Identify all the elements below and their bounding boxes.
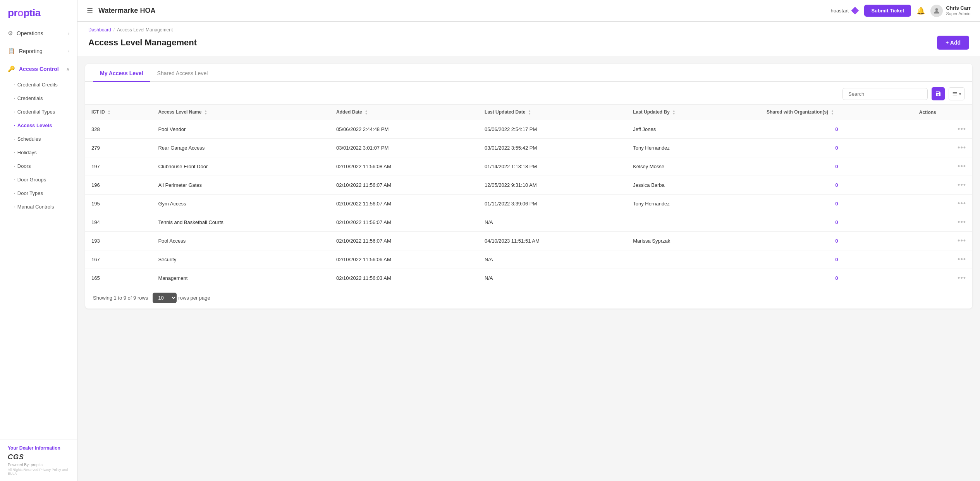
logo-text: proptia bbox=[8, 7, 41, 19]
breadcrumb-separator: / bbox=[113, 27, 115, 33]
sidebar-item-label: Reporting bbox=[19, 48, 43, 54]
col-access-level-name[interactable]: Access Level Name ▲▼ bbox=[152, 105, 330, 120]
cell-last-updated-date: N/A bbox=[478, 213, 627, 232]
access-control-icon: 🔑 bbox=[8, 66, 15, 72]
cell-added-date: 02/10/2022 11:56:07 AM bbox=[330, 176, 478, 195]
col-added-date[interactable]: Added Date ▲▼ bbox=[330, 105, 478, 120]
cell-actions: ••• bbox=[913, 269, 972, 288]
rights-text: All Rights Reserved Privacy Policy and E… bbox=[8, 468, 69, 476]
rows-label: rows per page bbox=[178, 295, 210, 301]
tab-shared-access-level[interactable]: Shared Access Level bbox=[150, 64, 215, 82]
dealer-info-label[interactable]: Your Dealer Information bbox=[8, 445, 69, 451]
submit-ticket-button[interactable]: Submit Ticket bbox=[864, 5, 911, 17]
cell-name: Gym Access bbox=[152, 195, 330, 213]
shared-count: 0 bbox=[767, 126, 907, 132]
cell-last-updated-by: Jeff Jones bbox=[627, 120, 760, 139]
cell-added-date: 05/06/2022 2:44:48 PM bbox=[330, 120, 478, 139]
cell-ict-id: 194 bbox=[85, 213, 152, 232]
dot-icon: • bbox=[14, 205, 15, 209]
sidebar-item-operations[interactable]: ⚙ Operations › bbox=[0, 24, 77, 42]
sort-icon: ▲▼ bbox=[365, 109, 368, 115]
shared-count: 0 bbox=[767, 164, 907, 169]
cell-name: All Perimeter Gates bbox=[152, 176, 330, 195]
cell-actions: ••• bbox=[913, 157, 972, 176]
table-header-row: ICT ID ▲▼ Access Level Name ▲▼ Added Dat… bbox=[85, 105, 972, 120]
sub-item-label: Schedules bbox=[17, 136, 41, 142]
sidebar-item-access-levels[interactable]: • Access Levels bbox=[0, 119, 77, 132]
col-ict-id[interactable]: ICT ID ▲▼ bbox=[85, 105, 152, 120]
table-row: 195 Gym Access 02/10/2022 11:56:07 AM 01… bbox=[85, 195, 972, 213]
dot-icon: • bbox=[14, 110, 15, 114]
list-view-button[interactable]: ▾ bbox=[949, 87, 965, 100]
actions-menu-button[interactable]: ••• bbox=[958, 125, 966, 133]
table-row: 328 Pool Vendor 05/06/2022 2:44:48 PM 05… bbox=[85, 120, 972, 139]
sidebar-item-holidays[interactable]: • Holidays bbox=[0, 146, 77, 159]
cell-added-date: 02/10/2022 11:56:06 AM bbox=[330, 250, 478, 269]
actions-menu-button[interactable]: ••• bbox=[958, 181, 966, 189]
topbar-left: ☰ Watermarke HOA bbox=[87, 7, 155, 15]
cell-shared: 0 bbox=[760, 232, 913, 250]
search-input[interactable] bbox=[842, 88, 928, 100]
sidebar-item-access-control[interactable]: 🔑 Access Control ∧ bbox=[0, 60, 77, 78]
sidebar-item-credentials[interactable]: • Credentials bbox=[0, 91, 77, 105]
cell-shared: 0 bbox=[760, 250, 913, 269]
tab-my-access-level[interactable]: My Access Level bbox=[93, 64, 150, 82]
save-view-button[interactable] bbox=[932, 87, 945, 100]
cell-last-updated-by bbox=[627, 250, 760, 269]
actions-menu-button[interactable]: ••• bbox=[958, 162, 966, 170]
actions-menu-button[interactable]: ••• bbox=[958, 255, 966, 263]
dot-icon: • bbox=[14, 178, 15, 181]
cell-name: Pool Access bbox=[152, 232, 330, 250]
user-name: Chris Carr bbox=[946, 5, 971, 11]
cell-name: Clubhouse Front Door bbox=[152, 157, 330, 176]
add-button[interactable]: + Add bbox=[937, 36, 969, 50]
cell-name: Rear Garage Access bbox=[152, 139, 330, 157]
table-body: 328 Pool Vendor 05/06/2022 2:44:48 PM 05… bbox=[85, 120, 972, 288]
user-menu[interactable]: Chris Carr Super Admin bbox=[930, 5, 971, 17]
sidebar-item-credential-types[interactable]: • Credential Types bbox=[0, 105, 77, 119]
actions-menu-button[interactable]: ••• bbox=[958, 274, 966, 282]
cgs-logo: CGS bbox=[8, 453, 69, 461]
bell-icon[interactable]: 🔔 bbox=[916, 7, 925, 15]
cell-last-updated-date: 01/11/2022 3:39:06 PM bbox=[478, 195, 627, 213]
page-title-row: Access Level Management + Add bbox=[88, 36, 969, 50]
cell-shared: 0 bbox=[760, 213, 913, 232]
sidebar-item-credential-credits[interactable]: • Credential Credits bbox=[0, 78, 77, 91]
cell-last-updated-date: 05/06/2022 2:54:17 PM bbox=[478, 120, 627, 139]
cell-added-date: 03/01/2022 3:01:07 PM bbox=[330, 139, 478, 157]
shared-count: 0 bbox=[767, 238, 907, 244]
cell-name: Management bbox=[152, 269, 330, 288]
sidebar-item-doors[interactable]: • Doors bbox=[0, 159, 77, 173]
cell-last-updated-by: Kelsey Mosse bbox=[627, 157, 760, 176]
col-shared-with-orgs[interactable]: Shared with Organization(s) ▲▼ bbox=[760, 105, 913, 120]
sort-icon: ▲▼ bbox=[108, 109, 110, 115]
cell-ict-id: 279 bbox=[85, 139, 152, 157]
sidebar-item-door-groups[interactable]: • Door Groups bbox=[0, 173, 77, 186]
cell-last-updated-by: Tony Hernandez bbox=[627, 139, 760, 157]
sub-item-label: Door Groups bbox=[17, 177, 46, 183]
cell-shared: 0 bbox=[760, 120, 913, 139]
sidebar-item-manual-controls[interactable]: • Manual Controls bbox=[0, 200, 77, 214]
cell-last-updated-by: Tony Hernandez bbox=[627, 195, 760, 213]
operations-icon: ⚙ bbox=[8, 30, 13, 37]
actions-menu-button[interactable]: ••• bbox=[958, 144, 966, 152]
sidebar: proptia ⚙ Operations › 📋 Reporting › 🔑 A… bbox=[0, 0, 77, 481]
nav-section-main: ⚙ Operations › 📋 Reporting › 🔑 Access Co… bbox=[0, 23, 77, 215]
cell-actions: ••• bbox=[913, 250, 972, 269]
actions-menu-button[interactable]: ••• bbox=[958, 218, 966, 226]
col-last-updated-date[interactable]: Last Updated Date ▲▼ bbox=[478, 105, 627, 120]
cell-actions: ••• bbox=[913, 213, 972, 232]
sidebar-item-door-types[interactable]: • Door Types bbox=[0, 186, 77, 200]
chevron-up-icon: ∧ bbox=[66, 67, 69, 72]
sidebar-item-schedules[interactable]: • Schedules bbox=[0, 132, 77, 146]
actions-menu-button[interactable]: ••• bbox=[958, 200, 966, 207]
actions-menu-button[interactable]: ••• bbox=[958, 237, 966, 245]
hamburger-icon[interactable]: ☰ bbox=[87, 7, 93, 15]
sub-item-label: Door Types bbox=[17, 190, 43, 196]
col-last-updated-by[interactable]: Last Updated By ▲▼ bbox=[627, 105, 760, 120]
cell-ict-id: 328 bbox=[85, 120, 152, 139]
cell-added-date: 02/10/2022 11:56:07 AM bbox=[330, 213, 478, 232]
sidebar-item-reporting[interactable]: 📋 Reporting › bbox=[0, 42, 77, 60]
breadcrumb-home[interactable]: Dashboard bbox=[88, 27, 111, 33]
rows-per-page-select[interactable]: 102550100 bbox=[153, 293, 177, 303]
